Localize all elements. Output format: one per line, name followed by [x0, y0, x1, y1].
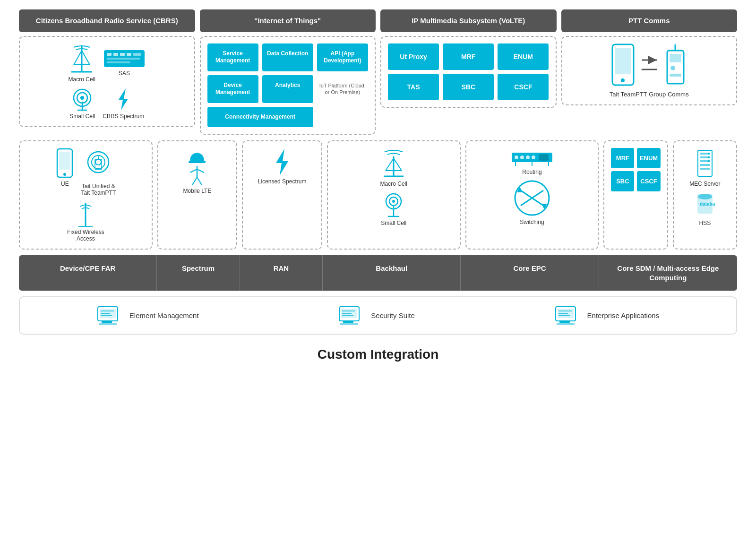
iot-api-dev: API (App Development): [317, 43, 368, 71]
ran-macro-cell-icon: [381, 148, 407, 179]
mid-sdm-box: MEC Server database HSS: [673, 140, 737, 250]
custom-integration-footer: Custom Integration: [19, 340, 737, 364]
iot-platform-note-cell: IoT Platform (Cloud, or On Premise): [317, 75, 368, 103]
svg-line-49: [386, 158, 394, 171]
core-sbc: SBC: [611, 171, 634, 191]
sas-item: SAS: [103, 49, 146, 77]
bar-core-epc: Core EPC: [461, 255, 599, 291]
ptt-smartphone-icon: [610, 43, 636, 86]
routing-label: Routing: [522, 169, 541, 175]
macro-cell-item: Macro Cell: [69, 43, 95, 83]
cbrs-spectrum-icon: [112, 87, 135, 111]
svg-rect-99: [559, 321, 570, 323]
svg-rect-93: [340, 323, 358, 325]
hss-label: HSS: [699, 220, 711, 226]
svg-rect-92: [343, 321, 353, 323]
svg-point-78: [708, 156, 710, 158]
core-mrf: MRF: [611, 148, 634, 168]
svg-point-58: [515, 155, 518, 159]
cbrs-spectrum-label: CBRS Spectrum: [103, 113, 144, 120]
mec-server-label: MEC Server: [689, 181, 720, 187]
svg-line-42: [197, 169, 204, 173]
iot-data-collection: Data Collection: [262, 43, 313, 71]
svg-line-41: [190, 169, 197, 173]
svg-line-4: [82, 51, 90, 65]
mec-server-item: MEC Server: [689, 148, 720, 187]
security-suite-item: Security Suite: [338, 305, 415, 326]
svg-point-77: [708, 153, 710, 155]
mid-section: UE Tait Unified &Tait TeamPTT: [19, 140, 737, 250]
mid-fwa-item: Fixed WirelessAccess: [67, 201, 104, 242]
mid-device-row: UE Tait Unified &Tait TeamPTT: [55, 148, 116, 196]
mid-small-cell-item: Small Cell: [381, 192, 406, 226]
svg-point-79: [708, 160, 710, 162]
hss-icon: database: [694, 192, 715, 218]
mid-routing-item: Routing: [473, 148, 592, 175]
macro-cell-tower-icon: [69, 43, 95, 74]
fwa-icon: [76, 201, 95, 227]
svg-rect-11: [133, 53, 141, 56]
svg-rect-10: [127, 53, 131, 56]
core-epc-grid: MRF ENUM SBC CSCF: [611, 148, 660, 191]
ims-tas: TAS: [388, 74, 439, 100]
svg-rect-12: [107, 58, 140, 60]
ptt-label: Tait TeamPTT Group Comms: [610, 91, 689, 98]
mgmt-row: Element Management Security Suite: [19, 296, 737, 335]
mid-device-box: UE Tait Unified &Tait TeamPTT: [19, 140, 153, 250]
svg-rect-13: [107, 61, 130, 63]
iot-content: Service Management Data Collection API (…: [200, 36, 376, 135]
mid-macro-cell-item: Macro Cell: [380, 148, 407, 187]
ims-column: IP Multimedia Subsystem (VoLTE) Ut Proxy…: [380, 9, 557, 135]
mid-tait-item: Tait Unified &Tait TeamPTT: [81, 148, 116, 196]
svg-line-3: [74, 51, 82, 65]
ims-enum: ENUM: [498, 43, 549, 70]
small-cell-icon: [72, 87, 93, 111]
mid-mobile-lte-item: Mobile LTE: [183, 148, 212, 194]
svg-point-33: [95, 159, 101, 165]
iot-connectivity-mgmt: Connectivity Management: [207, 107, 313, 128]
enterprise-apps-label: Enterprise Applications: [587, 311, 660, 319]
ptt-devices: [610, 43, 688, 86]
iot-platform-note: IoT Platform (Cloud, or On Premise): [317, 82, 368, 96]
routing-icon: [511, 148, 553, 167]
mid-spectrum-box: Mobile LTE: [157, 140, 238, 250]
bar-spectrum: Spectrum: [157, 255, 240, 291]
iot-header: "Internet of Things": [200, 9, 376, 32]
fwa-label: Fixed WirelessAccess: [67, 229, 104, 242]
ptt-arrows-icon: [641, 55, 658, 74]
svg-rect-7: [107, 53, 112, 56]
mid-ran-box: Macro Cell Small Cell: [327, 140, 461, 250]
mid-ue-item: UE: [55, 148, 74, 196]
bar-backhaul: Backhaul: [323, 255, 461, 291]
security-suite-label: Security Suite: [371, 311, 415, 319]
tait-unified-icon: [86, 148, 112, 181]
svg-rect-29: [59, 152, 70, 170]
svg-point-54: [392, 200, 395, 203]
small-cell-item: Small Cell: [69, 87, 95, 120]
main-container: Citizens Broadband Radio Service (CBRS): [19, 9, 737, 364]
sas-label: SAS: [119, 70, 130, 77]
ptt-radio-icon: [662, 43, 688, 86]
mid-core-epc-box: MRF ENUM SBC CSCF: [603, 140, 668, 250]
mid-licensed-box: Licensed Spectrum: [242, 140, 322, 250]
cbrs-spectrum-item: CBRS Spectrum: [103, 87, 144, 120]
macro-cell-label: Macro Cell: [69, 76, 95, 83]
svg-point-16: [80, 96, 84, 100]
ptt-column: PTT Comms: [561, 9, 738, 135]
enterprise-apps-icon: [555, 305, 581, 326]
svg-point-30: [63, 173, 66, 176]
licensed-spectrum-label: Licensed Spectrum: [258, 178, 307, 185]
ran-macro-cell-label: Macro Cell: [380, 181, 407, 187]
svg-point-82: [698, 194, 712, 199]
ims-sbc: SBC: [443, 74, 494, 100]
ptt-header: PTT Comms: [561, 9, 738, 32]
svg-rect-86: [99, 323, 117, 325]
svg-rect-27: [670, 74, 681, 77]
tait-unified-label: Tait Unified &Tait TeamPTT: [81, 183, 116, 196]
security-suite-icon: [338, 305, 364, 326]
ran-small-cell-label: Small Cell: [381, 220, 406, 226]
mobile-lte-icon: [185, 148, 209, 186]
svg-marker-19: [119, 88, 128, 110]
svg-rect-25: [670, 54, 681, 62]
bar-device-cpe: Device/CPE FAR: [19, 255, 157, 291]
